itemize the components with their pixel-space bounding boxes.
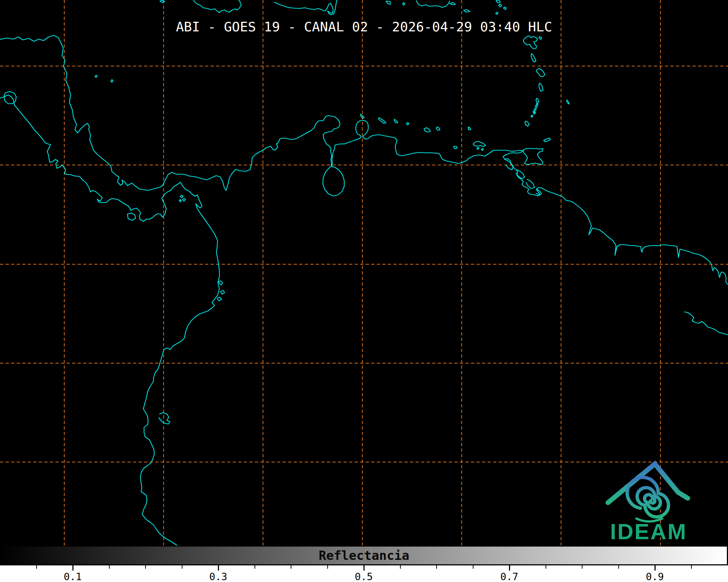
island-outline <box>379 118 386 123</box>
island-outline <box>221 290 225 294</box>
island-outline <box>403 3 405 5</box>
coastline <box>684 312 728 335</box>
colorbar-major-tick <box>72 565 74 571</box>
colorbar-minor-tick <box>109 565 110 569</box>
colorbar-minor-tick <box>436 565 437 569</box>
island-outline <box>496 0 500 3</box>
colorbar-label: Reflectancia <box>0 545 728 565</box>
coastline <box>536 189 541 195</box>
colorbar-tick-label: 0.3 <box>202 571 235 582</box>
colorbar-major-tick <box>654 565 656 571</box>
island-outline <box>544 138 550 142</box>
colorbar-major-tick <box>363 565 365 571</box>
island-outline <box>539 37 541 39</box>
satellite-image-page: { "title": "ABI - GOES 19 - CANAL 02 - 2… <box>0 0 728 582</box>
island-outline <box>534 108 536 111</box>
island-outline <box>386 1 390 4</box>
island-outline <box>179 200 181 202</box>
island-outline <box>464 10 470 12</box>
colorbar-minor-tick <box>473 565 474 569</box>
coastline <box>0 95 219 545</box>
island-outline <box>536 103 538 105</box>
colorbar-minor-tick <box>618 565 619 569</box>
island-outline <box>539 83 543 91</box>
colorbar-minor-tick <box>36 565 37 569</box>
island-outline <box>536 69 545 77</box>
island-outline <box>525 121 529 126</box>
colorbar-tick-label: 0.5 <box>347 571 380 582</box>
island-outline <box>454 146 457 149</box>
colorbar-minor-tick <box>691 565 692 569</box>
island-outline <box>450 3 455 5</box>
island-outline <box>4 92 16 104</box>
island-outline <box>481 148 483 151</box>
island-outline <box>567 100 569 104</box>
island-outline <box>535 105 537 108</box>
colorbar-tick-label: 0.1 <box>56 571 89 582</box>
colorbar-minor-tick <box>145 565 146 569</box>
island-outline <box>531 115 533 117</box>
island-outline <box>531 54 536 62</box>
island-outline <box>536 98 539 103</box>
logo-text: IDEAM <box>610 519 687 544</box>
colorbar-minor-tick <box>546 565 546 569</box>
island-outline <box>180 195 183 198</box>
island-outline <box>473 141 486 147</box>
coastline <box>194 0 241 13</box>
island-outline <box>499 4 502 7</box>
island-outline <box>523 148 543 165</box>
island-outline <box>424 128 430 132</box>
island-outline <box>523 36 537 49</box>
coastline <box>0 35 728 285</box>
colorbar-tick-label: 0.7 <box>493 571 526 582</box>
island-outline <box>217 297 222 301</box>
island-outline <box>127 213 136 220</box>
island-outline <box>394 119 398 123</box>
island-outline <box>477 147 479 149</box>
island-outline <box>436 127 440 130</box>
coastline <box>416 1 450 7</box>
island-outline <box>406 123 409 125</box>
coastline <box>526 179 534 189</box>
island-outline <box>182 199 185 201</box>
logo-mountain-icon <box>608 464 688 503</box>
colorbar-major-tick <box>218 565 219 571</box>
colorbar-minor-tick <box>327 565 328 569</box>
colorbar-major-tick <box>509 565 510 571</box>
colorbar-minor-tick <box>400 565 401 569</box>
island-outline <box>111 80 113 82</box>
colorbar-minor-tick <box>582 565 582 569</box>
colorbar-minor-tick <box>291 565 291 569</box>
island-outline <box>496 12 498 14</box>
island-outline <box>468 127 471 130</box>
coastline <box>274 0 337 15</box>
island-outline <box>160 0 165 3</box>
colorbar-tick-label: 0.9 <box>638 571 671 582</box>
colorbar-minor-tick <box>254 565 255 569</box>
colorbar-minor-tick <box>182 565 182 569</box>
image-title: ABI - GOES 19 - CANAL 02 - 2026-04-29 03… <box>0 19 728 34</box>
ideam-logo: IDEAM <box>601 460 694 545</box>
island-outline <box>95 75 97 78</box>
colorbar-axis: 0.10.30.50.70.9 <box>0 565 728 582</box>
island-outline <box>503 7 506 10</box>
coastline <box>159 413 170 424</box>
